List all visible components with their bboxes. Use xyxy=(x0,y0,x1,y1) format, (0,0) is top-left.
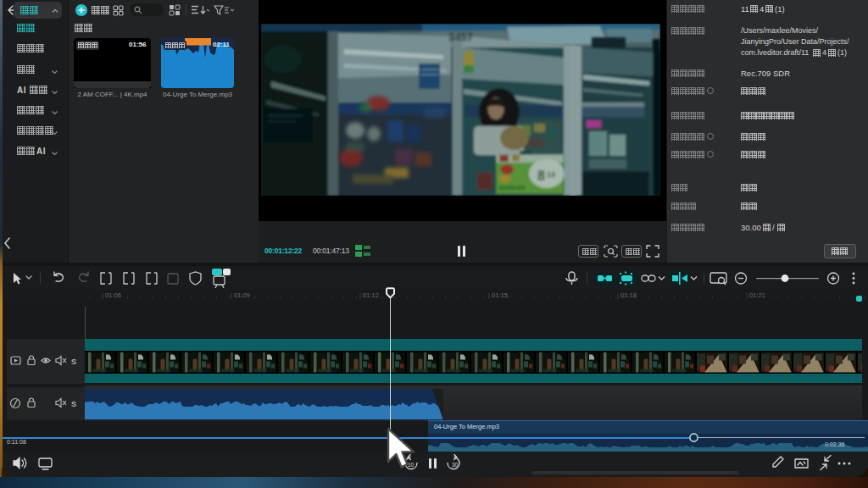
svg-text:S: S xyxy=(71,400,76,408)
svg-text:S: S xyxy=(71,358,76,366)
svg-text:30: 30 xyxy=(452,462,459,468)
